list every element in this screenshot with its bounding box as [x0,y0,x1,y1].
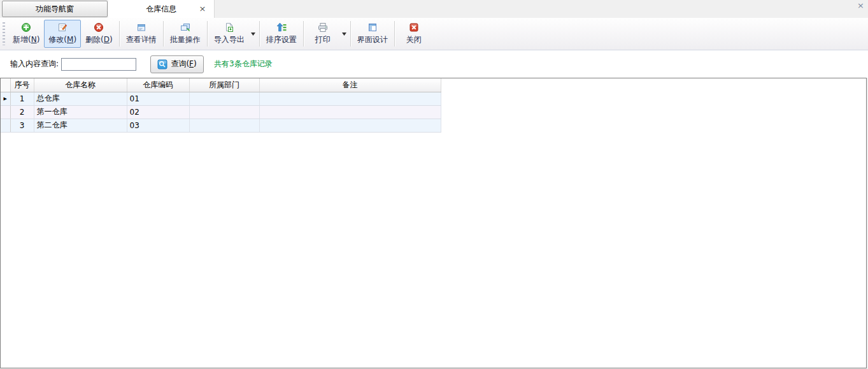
row-indicator-cell [1,105,10,119]
table-cell[interactable]: 01 [127,92,189,105]
toolbar-separator [163,21,164,47]
search-input[interactable] [61,58,136,71]
toolbar-button-ui-design[interactable]: 界面设计 [353,20,392,48]
toolbar-separator [207,21,208,47]
batch-operations-icon [180,22,190,33]
column-header[interactable]: 仓库名称 [34,78,127,92]
delete-icon [94,22,104,33]
table-cell[interactable] [189,92,259,105]
tab-function-navigation[interactable]: 功能导航窗 [2,1,108,17]
toolbar-separator [259,21,260,47]
column-header[interactable]: 仓库编码 [127,78,189,92]
tab-warehouse-info[interactable]: 仓库信息 × [108,0,215,18]
window-close-icon[interactable]: × [857,1,864,10]
toolbar-button-sort-settings[interactable]: 排序设置 [262,20,301,48]
column-header[interactable]: 所属部门 [189,78,259,92]
toolbar-button-batch-operations[interactable]: 批量操作 [166,20,205,48]
toolbar-button-label: 修改(M) [48,34,76,45]
close-red-icon [409,22,419,33]
search-label: 输入内容查询: [10,59,59,69]
table-cell[interactable] [189,105,259,119]
toolbar: 新增(N)修改(M)删除(D)查看详情批量操作导入导出排序设置打印界面设计关闭 [0,18,868,50]
chevron-down-icon[interactable] [249,20,257,48]
table-row[interactable]: 2第一仓库02 [1,105,441,119]
table-cell[interactable] [259,119,441,132]
table-cell[interactable]: 总仓库 [34,92,127,105]
tab-strip: 功能导航窗 仓库信息 × × [0,0,868,18]
table-cell[interactable]: 3 [10,119,34,132]
toolbar-button-label: 界面设计 [357,34,388,45]
toolbar-button-close-red[interactable]: 关闭 [397,20,431,48]
chevron-down-icon[interactable] [340,20,348,48]
table-cell[interactable] [189,119,259,132]
print-icon [318,22,328,33]
tab-close-icon[interactable]: × [197,4,208,14]
tab-function-navigation-label: 功能导航窗 [36,4,74,15]
toolbar-button-label: 删除(D) [85,34,113,45]
table-row[interactable]: ▶1总仓库01 [1,92,441,105]
warehouse-table: 序号仓库名称仓库编码所属部门备注 ▶1总仓库012第一仓库023第二仓库03 [1,78,441,133]
row-indicator-cell [1,119,10,132]
ui-design-icon [367,22,378,33]
toolbar-button-label: 排序设置 [266,34,297,45]
toolbar-button-label: 关闭 [406,34,422,45]
row-indicator-header [1,78,10,92]
toolbar-separator [350,21,351,47]
toolbar-button-add[interactable]: 新增(N) [8,20,44,48]
toolbar-separator [119,21,120,47]
table-cell[interactable]: 第二仓库 [34,119,127,132]
toolbar-buttons: 新增(N)修改(M)删除(D)查看详情批量操作导入导出排序设置打印界面设计关闭 [8,20,431,48]
toolbar-separator [303,21,304,47]
add-icon [21,22,31,33]
toolbar-button-view-details[interactable]: 查看详情 [122,20,161,48]
table-cell[interactable]: 02 [127,105,189,119]
column-header[interactable]: 序号 [10,78,34,92]
toolbar-button-label: 批量操作 [170,34,201,45]
toolbar-button-label: 新增(N) [13,34,39,45]
toolbar-button-label: 查看详情 [126,34,157,45]
toolbar-button-import-export[interactable]: 导入导出 [210,20,249,48]
search-icon [157,59,167,69]
warehouse-grid: 序号仓库名称仓库编码所属部门备注 ▶1总仓库012第一仓库023第二仓库03 [0,78,867,368]
sort-settings-icon [276,22,287,33]
toolbar-button-edit[interactable]: 修改(M) [44,20,81,48]
table-header-row: 序号仓库名称仓库编码所属部门备注 [1,78,441,92]
toolbar-separator [394,21,395,47]
edit-icon [57,22,68,33]
toolbar-button-label: 打印 [315,34,331,45]
search-bar: 输入内容查询: 查询(F) 共有3条仓库记录 [0,50,868,78]
query-button-label: 查询(F) [171,59,196,69]
column-header[interactable]: 备注 [259,78,441,92]
table-row[interactable]: 3第二仓库03 [1,119,441,132]
table-cell[interactable] [259,92,441,105]
query-button[interactable]: 查询(F) [150,55,204,73]
toolbar-button-delete[interactable]: 删除(D) [81,20,117,48]
record-count-text: 共有3条仓库记录 [214,59,273,69]
table-cell[interactable]: 1 [10,92,34,105]
table-cell[interactable] [259,105,441,119]
selected-row-marker: ▶ [1,92,10,105]
view-details-icon [136,22,146,33]
toolbar-button-label: 导入导出 [214,34,245,45]
table-cell[interactable]: 03 [127,119,189,132]
toolbar-grip-handle[interactable] [3,22,5,45]
toolbar-button-print[interactable]: 打印 [306,20,340,48]
tab-warehouse-info-label: 仓库信息 [146,4,176,15]
table-cell[interactable]: 2 [10,105,34,119]
import-export-icon [224,22,234,33]
table-cell[interactable]: 第一仓库 [34,105,127,119]
